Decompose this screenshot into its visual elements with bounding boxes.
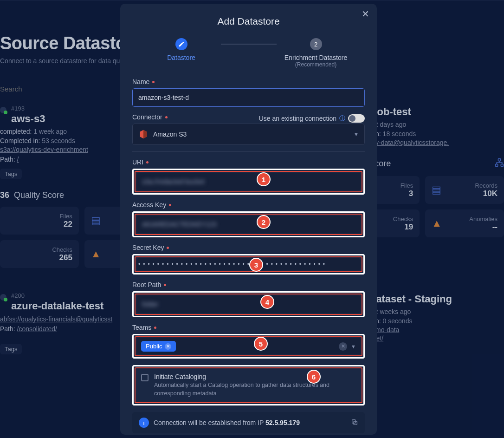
- use-existing-toggle[interactable]: [348, 114, 365, 123]
- divider: [132, 151, 365, 152]
- secret-key-input[interactable]: ••••••••••••••••••••••••••••••••••••••••: [136, 258, 361, 270]
- connector-label: Connector: [132, 113, 168, 121]
- teams-label: Teams: [132, 324, 365, 331]
- callout-badge-4: 4: [260, 295, 274, 309]
- info-icon[interactable]: ⓘ: [339, 114, 345, 123]
- amazon-s3-icon: [138, 129, 149, 139]
- required-icon: [154, 327, 156, 329]
- connector-select[interactable]: Amazon S3 ▼: [132, 124, 365, 145]
- step-2-sublabel: (Recommended): [295, 61, 336, 68]
- chevron-down-icon: ▼: [351, 344, 356, 349]
- required-icon: [169, 204, 171, 206]
- callout-badge-2: 2: [257, 215, 271, 229]
- access-key-input[interactable]: AKIAREDACTEDKEY123: [136, 216, 361, 233]
- teams-select[interactable]: Public ✕ ✕ ▼: [136, 338, 361, 354]
- required-icon: [165, 116, 168, 118]
- step-1-circle[interactable]: [175, 38, 187, 50]
- add-datastore-modal: ✕ Add Datastore Datastore 2 Enrichment D…: [120, 4, 377, 435]
- step-2-label: Enrichment Datastore: [284, 54, 347, 61]
- initiate-catalog-checkbox[interactable]: [141, 374, 149, 381]
- required-icon: [146, 161, 149, 163]
- copy-icon[interactable]: [351, 418, 358, 427]
- uri-input[interactable]: s3a://redacted-bucket: [136, 173, 361, 190]
- callout-badge-3: 3: [249, 258, 263, 272]
- clear-icon[interactable]: ✕: [339, 342, 347, 351]
- name-label: Name: [132, 78, 365, 85]
- callout-badge-6: 6: [307, 370, 321, 384]
- required-icon: [164, 284, 166, 286]
- connector-value: Amazon S3: [153, 131, 187, 138]
- initiate-catalog-title: Initiate Cataloging: [154, 373, 356, 380]
- chevron-down-icon: ▼: [354, 131, 359, 137]
- close-icon[interactable]: ✕: [362, 8, 369, 20]
- remove-chip-icon[interactable]: ✕: [165, 343, 171, 350]
- required-icon: [152, 81, 155, 83]
- root-path-input[interactable]: folder: [136, 295, 361, 313]
- required-icon: [167, 247, 169, 249]
- secret-key-label: Secret Key: [132, 244, 365, 251]
- root-path-label: Root Path: [132, 281, 365, 288]
- info-icon: i: [139, 418, 149, 428]
- ip-info-banner: i Connection will be established from IP…: [132, 412, 365, 433]
- step-1-label: Datastore: [167, 54, 195, 61]
- team-chip[interactable]: Public ✕: [141, 341, 176, 352]
- initiate-catalog-desc: Automatically start a Catalog operation …: [154, 381, 356, 398]
- name-input[interactable]: [132, 88, 365, 107]
- stepper: Datastore 2 Enrichment Datastore (Recomm…: [132, 38, 365, 68]
- use-existing-label: Use an existing connection: [259, 115, 336, 122]
- pencil-icon: [178, 41, 185, 47]
- uri-label: URI: [132, 158, 365, 166]
- access-key-label: Access Key: [132, 201, 365, 209]
- callout-badge-1: 1: [257, 172, 271, 186]
- step-2-circle[interactable]: 2: [310, 38, 322, 50]
- modal-title: Add Datastore: [132, 16, 365, 27]
- callout-badge-5: 5: [254, 337, 268, 351]
